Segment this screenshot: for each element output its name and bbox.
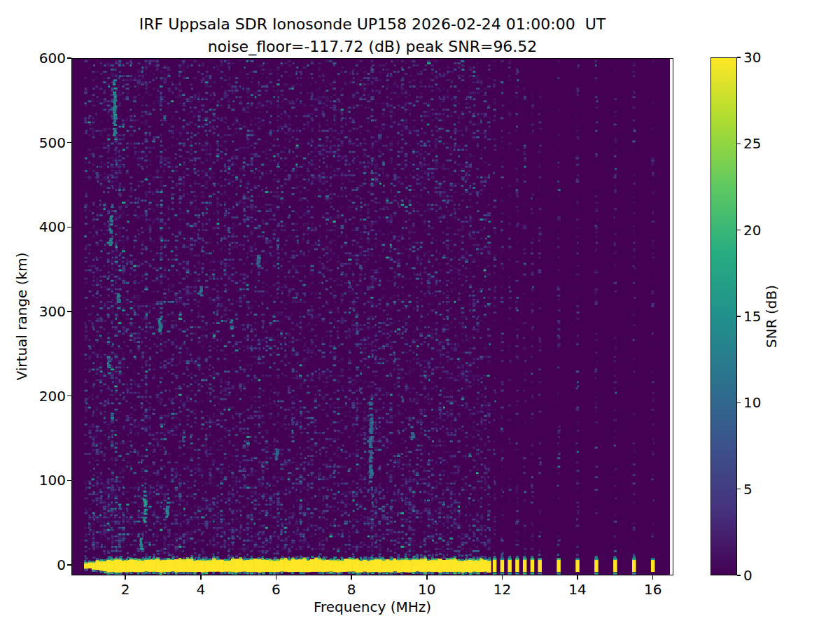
x-tick-mark	[652, 575, 654, 580]
y-tick-label: 0	[28, 556, 66, 573]
y-tick-mark	[67, 480, 71, 482]
chart-subtitle: noise_floor=-117.72 (dB) peak SNR=96.52	[71, 38, 673, 56]
x-tick-mark	[125, 575, 126, 580]
x-tick-mark	[276, 575, 277, 580]
colorbar-tick-mark	[737, 230, 741, 231]
colorbar-tick-mark	[737, 489, 741, 490]
y-tick-mark	[67, 564, 71, 566]
x-tick-label: 12	[481, 581, 523, 598]
colorbar-label: SNR (dB)	[763, 285, 780, 348]
chart-title: IRF Uppsala SDR Ionosonde UP158 2026-02-…	[71, 15, 673, 34]
x-tick-label: 8	[330, 581, 372, 598]
colorbar-tick-label: 20	[743, 222, 761, 239]
x-tick-mark	[351, 575, 352, 580]
x-tick-mark	[577, 575, 578, 580]
x-tick-label: 2	[104, 581, 146, 598]
heatmap-canvas	[72, 59, 670, 575]
colorbar-tick-mark	[737, 57, 741, 58]
y-tick-label: 600	[28, 50, 66, 66]
y-tick-label: 200	[28, 388, 66, 405]
y-tick-mark	[67, 57, 71, 59]
y-tick-label: 300	[28, 303, 66, 320]
x-tick-mark	[200, 575, 202, 580]
x-tick-label: 10	[406, 581, 448, 598]
y-tick-mark	[67, 396, 71, 397]
colorbar-tick-label: 25	[743, 135, 761, 152]
y-tick-mark	[67, 227, 71, 228]
ionogram-figure: IRF Uppsala SDR Ionosonde UP158 2026-02-…	[0, 0, 840, 630]
colorbar-tick-label: 10	[743, 394, 761, 411]
colorbar	[710, 57, 737, 575]
x-axis-label: Frequency (MHz)	[71, 598, 673, 615]
colorbar-tick-mark	[737, 144, 741, 145]
colorbar-tick-label: 15	[743, 308, 761, 325]
y-tick-mark	[67, 142, 71, 144]
x-tick-mark	[426, 575, 428, 580]
x-tick-label: 4	[180, 581, 222, 598]
x-tick-label: 16	[632, 581, 674, 598]
colorbar-tick-label: 5	[743, 481, 752, 498]
x-tick-mark	[502, 575, 503, 580]
colorbar-tick-label: 0	[743, 567, 752, 584]
colorbar-tick-mark	[737, 402, 741, 404]
y-tick-label: 100	[28, 472, 66, 489]
y-tick-label: 400	[28, 218, 66, 235]
x-tick-label: 6	[255, 581, 297, 598]
colorbar-tick-mark	[737, 316, 741, 317]
y-tick-label: 500	[28, 134, 66, 151]
x-tick-label: 14	[556, 581, 598, 598]
y-tick-mark	[67, 311, 71, 312]
colorbar-tick-mark	[737, 575, 741, 576]
colorbar-tick-label: 30	[743, 49, 761, 66]
